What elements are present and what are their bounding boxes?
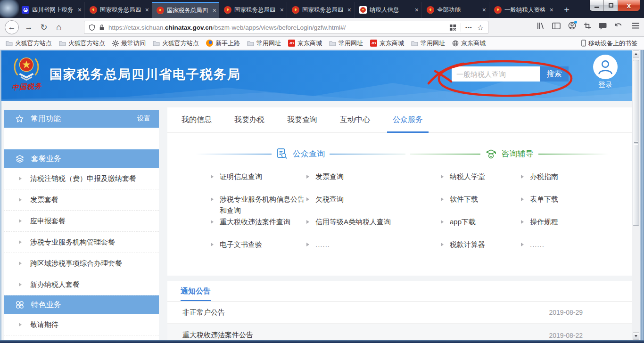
browser-tab[interactable]: 国家税务总局四 ×	[84, 2, 152, 18]
bookmark-star-icon[interactable]: ☆	[477, 23, 484, 32]
menu-hamburger-icon[interactable]	[632, 23, 639, 29]
login-avatar[interactable]	[593, 55, 618, 79]
tab-query[interactable]: 我要查询	[281, 107, 323, 132]
tab-public-service[interactable]: 公众服务	[387, 107, 429, 132]
home-button[interactable]: ⌂	[52, 20, 66, 34]
browser-tab[interactable]: 四川省网上税务 ×	[17, 2, 84, 18]
library-icon[interactable]	[537, 22, 545, 30]
tab-close-icon[interactable]: ×	[347, 7, 351, 13]
sidebar-item[interactable]: 涉税专业服务机构管理套餐	[4, 232, 159, 253]
link-item-more[interactable]: ......	[521, 237, 625, 260]
sidebar-item[interactable]: 发票套餐	[4, 189, 159, 211]
link-item[interactable]: 重大税收违法案件查询	[211, 215, 311, 237]
mobile-bookmarks-item[interactable]: 移动设备上的书签	[581, 39, 637, 48]
minimize-button[interactable]	[590, 0, 604, 11]
sidebar-package-header[interactable]: 套餐业务	[4, 149, 159, 168]
reload-button[interactable]: ↻	[37, 20, 51, 34]
tab-do-tax[interactable]: 我要办税	[229, 107, 270, 132]
shield-icon[interactable]	[89, 24, 95, 31]
sidebar-item[interactable]: 清税注销税（费）申报及缴纳套餐	[4, 168, 159, 189]
public-query-section-header: 公众查询	[196, 148, 405, 160]
scroll-down-button[interactable]	[633, 332, 639, 340]
scroll-up-button[interactable]	[633, 50, 639, 58]
tab-close-icon[interactable]: ×	[280, 7, 284, 13]
scrollbar-thumb[interactable]	[633, 60, 639, 226]
back-button[interactable]: ←	[5, 20, 19, 34]
screenshot-icon[interactable]	[584, 22, 591, 30]
url-bar[interactable]: https://etax.sichuan.chinatax.gov.cn/bsz…	[84, 21, 488, 34]
sidebar-item[interactable]: 敬请期待	[4, 314, 159, 335]
bookmark-item[interactable]: 常用网址	[329, 39, 363, 48]
new-tab-button[interactable]: +	[559, 2, 574, 18]
browser-tab[interactable]: 国家税务总局四 ×	[287, 2, 354, 18]
notice-title[interactable]: 通知公告	[181, 286, 211, 296]
link-item[interactable]: 表单下载	[521, 192, 625, 215]
undo-arrow-icon[interactable]	[614, 22, 622, 29]
settings-link[interactable]: 设置	[137, 114, 150, 123]
browser-tab-active[interactable]: 国家税务总局四 ×	[152, 2, 219, 18]
notice-row[interactable]: 非正常户公告 2019-08-29	[167, 302, 632, 324]
bookmark-item[interactable]: 火狐官方站点	[6, 39, 52, 48]
browser-tab[interactable]: 国家税务总局四 ×	[219, 2, 287, 18]
link-item[interactable]: 税款计算器	[441, 237, 521, 260]
tax-emblem-icon	[494, 6, 502, 14]
link-item[interactable]: 发票查询	[306, 170, 424, 192]
browser-tab[interactable]: 纳税人信息 ×	[354, 2, 421, 18]
link-item[interactable]: 操作规程	[521, 215, 625, 237]
link-item[interactable]: 涉税专业服务机构信息公告和查询	[211, 192, 311, 215]
tab-close-icon[interactable]: ×	[550, 7, 553, 13]
bookmark-item[interactable]: 新手上路	[206, 39, 240, 48]
tax-emblem-icon	[157, 7, 164, 14]
link-item[interactable]: 信用等级A类纳税人查询	[306, 215, 424, 237]
browser-tab[interactable]: 全部功能 ×	[421, 2, 489, 18]
link-item[interactable]: 纳税人学堂	[441, 170, 521, 192]
link-item-more[interactable]: ......	[306, 237, 424, 260]
tab-my-info[interactable]: 我的信息	[176, 107, 217, 132]
sidebar-special-label: 特色业务	[31, 300, 61, 310]
bookmark-item[interactable]: JD 京东商城	[370, 39, 404, 48]
page-actions-icon[interactable]: •••	[465, 24, 472, 30]
link-item[interactable]: 证明信息查询	[211, 170, 311, 192]
link-item[interactable]: 欠税查询	[306, 192, 424, 215]
chat-bubble-icon[interactable]	[599, 22, 607, 30]
tab-interaction[interactable]: 互动中心	[334, 107, 376, 132]
bookmark-item[interactable]: 火狐官方站点	[59, 39, 105, 48]
jd-icon: JD	[370, 40, 377, 47]
login-label[interactable]: 登录	[587, 81, 623, 90]
tab-close-icon[interactable]: ×	[415, 7, 419, 13]
bookmark-item[interactable]: 常用网址	[411, 39, 445, 48]
bookmark-label: 京东商城	[461, 39, 486, 48]
browser-tab[interactable]: 一般纳税人资格 ×	[489, 2, 556, 18]
tab-close-icon[interactable]: ×	[482, 7, 486, 13]
tab-close-icon[interactable]: ×	[213, 7, 216, 14]
toolbar-icons	[537, 22, 639, 30]
bookmark-label: 最常访问	[121, 39, 146, 48]
sidebar-common-header[interactable]: 常用功能 设置	[4, 110, 159, 128]
maximize-button[interactable]	[604, 0, 618, 11]
tab-close-icon[interactable]: ×	[78, 7, 82, 13]
link-item[interactable]: 软件下载	[441, 192, 521, 215]
tab-close-icon[interactable]: ×	[145, 7, 149, 13]
bookmark-item[interactable]: 京东商城	[452, 39, 486, 48]
bookmark-item[interactable]: 最常访问	[112, 39, 146, 48]
account-icon[interactable]	[568, 22, 576, 30]
search-input[interactable]	[452, 66, 540, 82]
sidebar-item[interactable]: 应申报套餐	[4, 211, 159, 232]
link-item[interactable]: 办税指南	[521, 170, 625, 192]
link-item[interactable]: 电子文书查验	[211, 237, 311, 260]
baidu-icon	[22, 6, 29, 14]
link-item[interactable]: app下载	[441, 215, 521, 237]
bookmark-item[interactable]: 火狐官方站点	[153, 39, 199, 48]
qr-code-icon[interactable]	[449, 24, 456, 31]
forward-button[interactable]: →	[22, 20, 36, 34]
vertical-scrollbar[interactable]	[632, 50, 640, 340]
search-button[interactable]: 搜索	[540, 66, 569, 82]
sidebar-special-header[interactable]: 特色业务	[4, 295, 159, 314]
close-button[interactable]: x	[618, 0, 640, 11]
notice-row[interactable]: 重大税收违法案件公告 2019-08-22	[167, 324, 632, 340]
bookmark-item[interactable]: JD 京东商城	[288, 39, 322, 48]
sidebar-item[interactable]: 新办纳税人套餐	[4, 274, 159, 295]
bookmark-item[interactable]: 常用网址	[247, 39, 281, 48]
sidebar-item[interactable]: 跨区域涉税事项综合办理套餐	[4, 253, 159, 274]
sidebar-toggle-icon[interactable]	[552, 22, 561, 30]
